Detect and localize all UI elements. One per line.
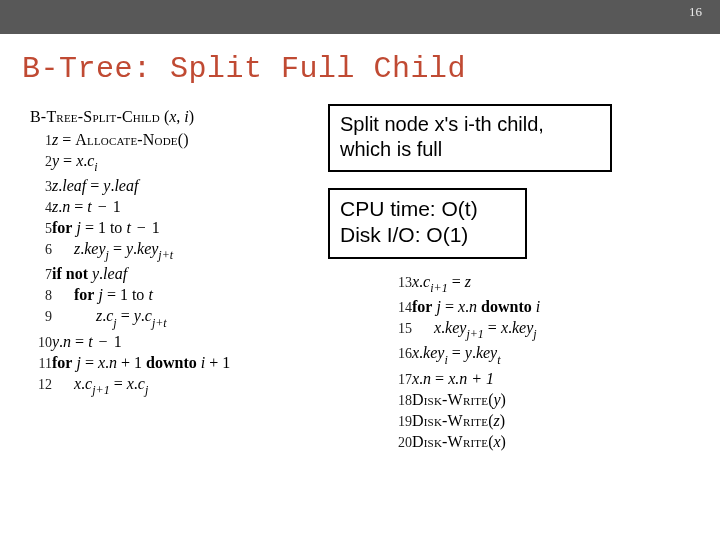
line-number: 8: [30, 285, 52, 306]
code-text: z.keyj = y.keyj+t: [52, 239, 230, 264]
function-name: B-Tree-Split-Child: [30, 108, 160, 125]
code-line: 20 Disk-Write(x): [390, 432, 540, 453]
line-number: 12: [30, 374, 52, 399]
description-box: Split node x's i-th child, which is full: [328, 104, 612, 172]
line-number: 11: [30, 353, 52, 374]
cpu-time-line: CPU time: O(t): [340, 196, 515, 222]
code-line: 9 z.cj = y.cj+t: [30, 306, 230, 331]
code-text: for j = 1 to t: [52, 285, 230, 306]
line-number: 17: [390, 369, 412, 390]
code-line: 13 x.ci+1 = z: [390, 272, 540, 297]
code-line: 11 for j = x.n + 1 downto i + 1: [30, 353, 230, 374]
code-text: x.cj+1 = x.cj: [52, 374, 230, 399]
code-text: y.n = t − 1: [52, 332, 230, 353]
code-text: Disk-Write(z): [412, 411, 540, 432]
code-text: x.keyj+1 = x.keyj: [412, 318, 540, 343]
slide-body: Split node x's i-th child, which is full…: [0, 96, 720, 526]
page-number: 16: [689, 4, 702, 19]
code-line: 3 z.leaf = y.leaf: [30, 176, 230, 197]
description-line-1: Split node x's i-th child,: [340, 112, 600, 137]
code-text: x.ci+1 = z: [412, 272, 540, 297]
line-number: 13: [390, 272, 412, 297]
code-line: 4 z.n = t − 1: [30, 197, 230, 218]
code-text: z.n = t − 1: [52, 197, 230, 218]
code-line: 18 Disk-Write(y): [390, 390, 540, 411]
line-number: 9: [30, 306, 52, 331]
function-signature: B-Tree-Split-Child (x, i): [30, 108, 330, 130]
code-line: 17 x.n = x.n + 1: [390, 369, 540, 390]
code-line: 10 y.n = t − 1: [30, 332, 230, 353]
code-line: 16 x.keyi = y.keyt: [390, 343, 540, 368]
code-text: if not y.leaf: [52, 264, 230, 285]
code-table-left: 1 z = Allocate-Node() 2 y = x.ci 3 z.lea…: [30, 130, 230, 399]
code-text: Disk-Write(x): [412, 432, 540, 453]
line-number: 3: [30, 176, 52, 197]
code-line: 12 x.cj+1 = x.cj: [30, 374, 230, 399]
line-number: 1: [30, 130, 52, 151]
line-number: 6: [30, 239, 52, 264]
code-text: z = Allocate-Node(): [52, 130, 230, 151]
line-number: 5: [30, 218, 52, 239]
close-paren: ): [189, 108, 194, 125]
page-title: B-Tree: Split Full Child: [0, 34, 720, 96]
pseudocode-right: 13 x.ci+1 = z 14 for j = x.n downto i 15…: [390, 272, 690, 453]
slide-number-bar: 16: [0, 0, 720, 34]
disk-io-line: Disk I/O: O(1): [340, 222, 515, 248]
complexity-box: CPU time: O(t) Disk I/O: O(1): [328, 188, 527, 259]
code-line: 7 if not y.leaf: [30, 264, 230, 285]
code-text: z.leaf = y.leaf: [52, 176, 230, 197]
code-line: 2 y = x.ci: [30, 151, 230, 176]
code-text: for j = x.n downto i: [412, 297, 540, 318]
code-text: Disk-Write(y): [412, 390, 540, 411]
line-number: 10: [30, 332, 52, 353]
line-number: 16: [390, 343, 412, 368]
code-text: x.keyi = y.keyt: [412, 343, 540, 368]
line-number: 15: [390, 318, 412, 343]
code-table-right: 13 x.ci+1 = z 14 for j = x.n downto i 15…: [390, 272, 540, 453]
code-text: for j = 1 to t − 1: [52, 218, 230, 239]
line-number: 20: [390, 432, 412, 453]
description-line-2: which is full: [340, 137, 600, 162]
code-line: 19 Disk-Write(z): [390, 411, 540, 432]
pseudocode-left: B-Tree-Split-Child (x, i) 1 z = Allocate…: [30, 108, 330, 399]
line-number: 14: [390, 297, 412, 318]
code-line: 6 z.keyj = y.keyj+t: [30, 239, 230, 264]
code-line: 14 for j = x.n downto i: [390, 297, 540, 318]
line-number: 7: [30, 264, 52, 285]
code-line: 15 x.keyj+1 = x.keyj: [390, 318, 540, 343]
code-text: z.cj = y.cj+t: [52, 306, 230, 331]
code-text: x.n = x.n + 1: [412, 369, 540, 390]
code-text: y = x.ci: [52, 151, 230, 176]
code-line: 1 z = Allocate-Node(): [30, 130, 230, 151]
code-line: 5 for j = 1 to t − 1: [30, 218, 230, 239]
line-number: 4: [30, 197, 52, 218]
code-text: for j = x.n + 1 downto i + 1: [52, 353, 230, 374]
code-line: 8 for j = 1 to t: [30, 285, 230, 306]
line-number: 18: [390, 390, 412, 411]
line-number: 2: [30, 151, 52, 176]
line-number: 19: [390, 411, 412, 432]
